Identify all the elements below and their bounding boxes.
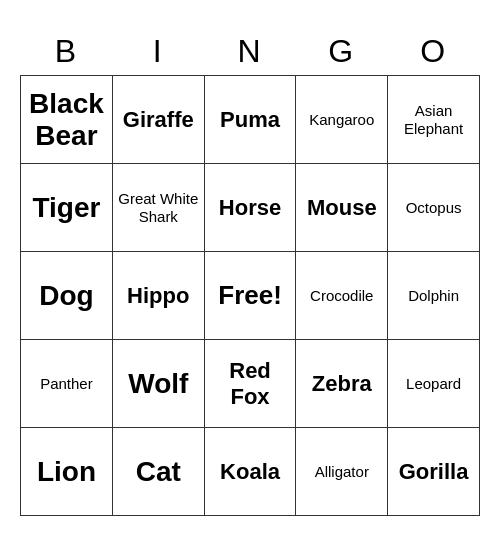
cell-text-2-4: Dolphin: [408, 287, 459, 304]
cell-text-2-0: Dog: [39, 280, 93, 311]
bingo-row-0: Black BearGiraffePumaKangarooAsian Eleph…: [21, 76, 480, 164]
bingo-cell-4-3: Alligator: [296, 428, 388, 516]
bingo-cell-4-1: Cat: [112, 428, 204, 516]
bingo-cell-1-4: Octopus: [388, 164, 480, 252]
bingo-cell-4-2: Koala: [204, 428, 296, 516]
bingo-cell-2-4: Dolphin: [388, 252, 480, 340]
cell-text-2-3: Crocodile: [310, 287, 373, 304]
cell-text-1-1: Great White Shark: [118, 190, 198, 225]
header-letter-O: O: [388, 28, 480, 76]
cell-text-2-1: Hippo: [127, 283, 189, 308]
cell-text-1-3: Mouse: [307, 195, 377, 220]
cell-text-1-2: Horse: [219, 195, 281, 220]
bingo-card: BINGO Black BearGiraffePumaKangarooAsian…: [20, 28, 480, 517]
cell-text-0-4: Asian Elephant: [404, 102, 463, 137]
bingo-cell-1-3: Mouse: [296, 164, 388, 252]
cell-text-3-4: Leopard: [406, 375, 461, 392]
cell-text-4-4: Gorilla: [399, 459, 469, 484]
bingo-cell-0-3: Kangaroo: [296, 76, 388, 164]
cell-text-3-2: Red Fox: [229, 358, 271, 409]
header-letter-G: G: [296, 28, 388, 76]
cell-text-1-0: Tiger: [32, 192, 100, 223]
cell-text-3-0: Panther: [40, 375, 93, 392]
bingo-cell-2-2: Free!: [204, 252, 296, 340]
bingo-cell-0-4: Asian Elephant: [388, 76, 480, 164]
bingo-cell-1-1: Great White Shark: [112, 164, 204, 252]
bingo-cell-2-3: Crocodile: [296, 252, 388, 340]
header-letter-B: B: [21, 28, 113, 76]
bingo-cell-3-4: Leopard: [388, 340, 480, 428]
cell-text-3-1: Wolf: [128, 368, 188, 399]
bingo-cell-0-0: Black Bear: [21, 76, 113, 164]
bingo-cell-3-0: Panther: [21, 340, 113, 428]
cell-text-1-4: Octopus: [406, 199, 462, 216]
bingo-cell-1-0: Tiger: [21, 164, 113, 252]
bingo-row-2: DogHippoFree!CrocodileDolphin: [21, 252, 480, 340]
bingo-row-3: PantherWolfRed FoxZebraLeopard: [21, 340, 480, 428]
cell-text-0-3: Kangaroo: [309, 111, 374, 128]
cell-text-4-3: Alligator: [315, 463, 369, 480]
header-letter-I: I: [112, 28, 204, 76]
cell-text-4-1: Cat: [136, 456, 181, 487]
header-letter-N: N: [204, 28, 296, 76]
bingo-cell-2-1: Hippo: [112, 252, 204, 340]
bingo-cell-1-2: Horse: [204, 164, 296, 252]
cell-text-4-0: Lion: [37, 456, 96, 487]
bingo-cell-0-2: Puma: [204, 76, 296, 164]
cell-text-2-2: Free!: [218, 280, 282, 310]
bingo-cell-4-0: Lion: [21, 428, 113, 516]
cell-text-3-3: Zebra: [312, 371, 372, 396]
bingo-cell-0-1: Giraffe: [112, 76, 204, 164]
cell-text-4-2: Koala: [220, 459, 280, 484]
bingo-cell-2-0: Dog: [21, 252, 113, 340]
cell-text-0-1: Giraffe: [123, 107, 194, 132]
bingo-header-row: BINGO: [21, 28, 480, 76]
bingo-cell-4-4: Gorilla: [388, 428, 480, 516]
bingo-cell-3-1: Wolf: [112, 340, 204, 428]
bingo-cell-3-3: Zebra: [296, 340, 388, 428]
cell-text-0-0: Black Bear: [29, 88, 104, 151]
bingo-cell-3-2: Red Fox: [204, 340, 296, 428]
bingo-row-1: TigerGreat White SharkHorseMouseOctopus: [21, 164, 480, 252]
bingo-row-4: LionCatKoalaAlligatorGorilla: [21, 428, 480, 516]
cell-text-0-2: Puma: [220, 107, 280, 132]
